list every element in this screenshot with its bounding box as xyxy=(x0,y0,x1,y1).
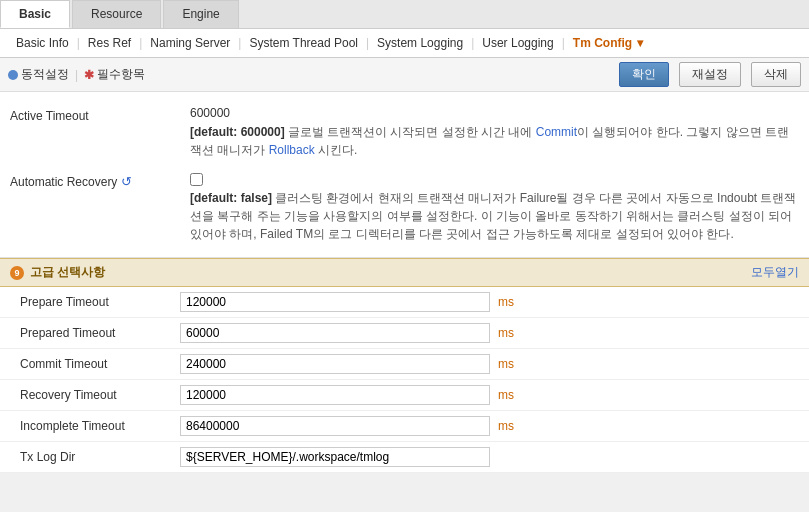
advanced-title: 고급 선택사항 xyxy=(30,264,105,281)
reset-button[interactable]: 재설정 xyxy=(679,62,741,87)
advanced-header: 9 고급 선택사항 모두열기 xyxy=(0,258,809,287)
label-prepare-timeout: Prepare Timeout xyxy=(10,295,180,309)
label-prepared-timeout: Prepared Timeout xyxy=(10,326,180,340)
unit-prepare-timeout: ms xyxy=(498,295,514,309)
recovery-timeout-input[interactable] xyxy=(180,385,490,405)
label-tx-log-dir: Tx Log Dir xyxy=(10,450,180,464)
commit-timeout-input[interactable] xyxy=(180,354,490,374)
subnav-system-logging[interactable]: System Logging xyxy=(369,33,471,53)
input-prepare-timeout[interactable] xyxy=(180,292,490,312)
label-commit-timeout: Commit Timeout xyxy=(10,357,180,371)
row-tx-log-dir: Tx Log Dir xyxy=(0,442,809,473)
tab-basic[interactable]: Basic xyxy=(0,0,70,28)
subnav-tm-config[interactable]: Tm Config ▾ xyxy=(565,33,652,53)
unit-recovery-timeout: ms xyxy=(498,388,514,402)
subnav-system-thread-pool[interactable]: System Thread Pool xyxy=(241,33,366,53)
confirm-button[interactable]: 확인 xyxy=(619,62,669,87)
subnav-basic-info[interactable]: Basic Info xyxy=(8,33,77,53)
required-tag: ✱ 필수항목 xyxy=(84,66,145,83)
incomplete-timeout-input[interactable] xyxy=(180,416,490,436)
input-prepared-timeout[interactable] xyxy=(180,323,490,343)
main-content: Active Timeout 600000 [default: 600000] … xyxy=(0,92,809,473)
automatic-recovery-checkbox[interactable] xyxy=(190,173,203,186)
top-tabs: Basic Resource Engine xyxy=(0,0,809,29)
input-tx-log-dir[interactable] xyxy=(180,447,490,467)
active-timeout-desc: [default: 600000] 글로벌 트랜잭션이 시작되면 설정한 시간 … xyxy=(190,123,799,159)
toolbar-left: 동적설정 | ✱ 필수항목 xyxy=(8,66,609,83)
label-active-timeout: Active Timeout xyxy=(10,106,190,123)
value-automatic-recovery: [default: false] 클러스팅 환경에서 현재의 트랜잭션 매니저가… xyxy=(190,171,799,243)
label-automatic-recovery: Automatic Recovery ↺ xyxy=(10,171,190,189)
tab-resource[interactable]: Resource xyxy=(72,0,161,28)
registration-label: 동적설정 xyxy=(21,66,69,83)
delete-button[interactable]: 삭제 xyxy=(751,62,801,87)
prepare-timeout-input[interactable] xyxy=(180,292,490,312)
subnav-user-logging[interactable]: User Logging xyxy=(474,33,561,53)
input-incomplete-timeout[interactable] xyxy=(180,416,490,436)
row-active-timeout: Active Timeout 600000 [default: 600000] … xyxy=(0,100,809,165)
input-recovery-timeout[interactable] xyxy=(180,385,490,405)
row-automatic-recovery: Automatic Recovery ↺ [default: false] 클러… xyxy=(0,165,809,249)
refresh-icon[interactable]: ↺ xyxy=(121,174,132,189)
tx-log-dir-input[interactable] xyxy=(180,447,490,467)
label-incomplete-timeout: Incomplete Timeout xyxy=(10,419,180,433)
sub-nav: Basic Info | Res Ref | Naming Server | S… xyxy=(0,29,809,58)
input-commit-timeout[interactable] xyxy=(180,354,490,374)
advanced-section: 9 고급 선택사항 모두열기 Prepare Timeout ms Prepar… xyxy=(0,258,809,473)
row-commit-timeout: Commit Timeout ms xyxy=(0,349,809,380)
automatic-recovery-desc: [default: false] 클러스팅 환경에서 현재의 트랜잭션 매니저가… xyxy=(190,189,799,243)
toolbar: 동적설정 | ✱ 필수항목 확인 재설정 삭제 xyxy=(0,58,809,92)
row-incomplete-timeout: Incomplete Timeout ms xyxy=(0,411,809,442)
dot-icon xyxy=(8,70,18,80)
active-timeout-value: 600000 xyxy=(190,106,799,120)
unit-incomplete-timeout: ms xyxy=(498,419,514,433)
open-all-link[interactable]: 모두열기 xyxy=(751,264,799,281)
registration-tag: 동적설정 xyxy=(8,66,69,83)
row-prepared-timeout: Prepared Timeout ms xyxy=(0,318,809,349)
label-recovery-timeout: Recovery Timeout xyxy=(10,388,180,402)
form-section-basic: Active Timeout 600000 [default: 600000] … xyxy=(0,92,809,258)
value-active-timeout: 600000 [default: 600000] 글로벌 트랜잭션이 시작되면 … xyxy=(190,106,799,159)
row-prepare-timeout: Prepare Timeout ms xyxy=(0,287,809,318)
unit-prepared-timeout: ms xyxy=(498,326,514,340)
required-label: 필수항목 xyxy=(97,66,145,83)
advanced-icon: 9 xyxy=(10,266,24,280)
tab-engine[interactable]: Engine xyxy=(163,0,238,28)
prepared-timeout-input[interactable] xyxy=(180,323,490,343)
row-recovery-timeout: Recovery Timeout ms xyxy=(0,380,809,411)
unit-commit-timeout: ms xyxy=(498,357,514,371)
subnav-naming-server[interactable]: Naming Server xyxy=(142,33,238,53)
subnav-res-ref[interactable]: Res Ref xyxy=(80,33,139,53)
